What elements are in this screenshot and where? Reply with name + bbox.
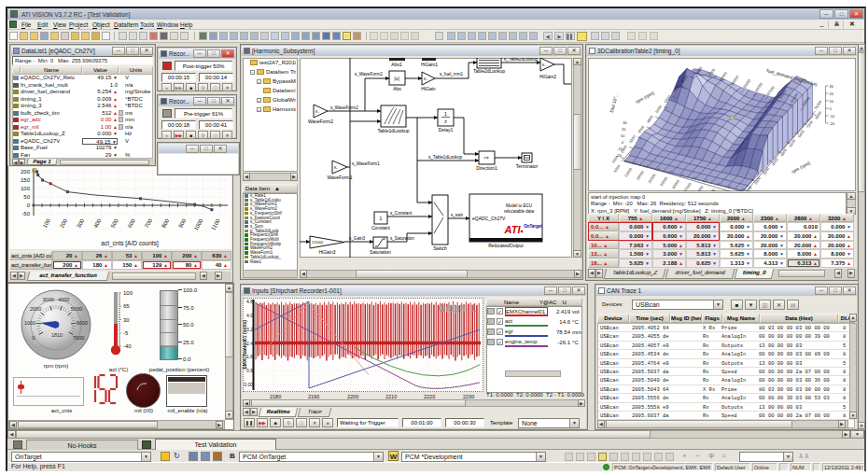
svg-text:500: 500 (110, 217, 120, 229)
svg-text:0: 0 (622, 140, 624, 145)
svg-text:Abs1: Abs1 (391, 62, 402, 67)
svg-text:s_WaveForm2: s_WaveForm2 (355, 72, 383, 77)
svg-text:47000: 47000 (682, 181, 693, 191)
svg-text:Delay1: Delay1 (439, 127, 454, 133)
svg-text:-10: -10 (617, 147, 623, 151)
svg-text:|u|: |u| (394, 76, 399, 81)
svg-text:65: 65 (123, 303, 130, 309)
svg-text:12000: 12000 (623, 166, 634, 178)
svg-text:2.4: 2.4 (246, 341, 253, 346)
svg-text:4800: 4800 (646, 114, 655, 124)
svg-text:0: 0 (830, 106, 833, 111)
svg-text:150: 150 (21, 177, 31, 183)
svg-text:5600: 5600 (654, 104, 664, 114)
svg-text:Dist 10°...: Dist 10°... (609, 92, 619, 114)
svg-text:s_Table1dLookup: s_Table1dLookup (428, 155, 462, 160)
svg-text:4000: 4000 (58, 297, 69, 302)
svg-text:10: 10 (830, 99, 834, 104)
svg-text:relocatable data: relocatable data (504, 209, 535, 214)
svg-text:75000: 75000 (813, 99, 823, 111)
svg-text:Terminator: Terminator (516, 163, 539, 169)
svg-text:Model to ECU: Model to ECU (506, 203, 532, 208)
svg-text:4.0: 4.0 (246, 313, 253, 318)
svg-text:6000: 6000 (77, 320, 88, 326)
svg-text:8000: 8000 (814, 110, 823, 120)
svg-text:K-: K- (334, 165, 339, 170)
svg-text:100: 100 (123, 290, 133, 296)
svg-text:3000: 3000 (43, 297, 54, 302)
svg-text:HiGain3: HiGain3 (318, 249, 335, 255)
svg-text:600: 600 (127, 217, 137, 229)
svg-text:400: 400 (92, 217, 103, 229)
svg-text:Graph_1: Graph_1 (438, 303, 476, 314)
svg-text:EMXChannel01 (volts): EMXChannel01 (volts) (243, 320, 247, 370)
svg-text:700: 700 (144, 217, 154, 229)
svg-text:HiGain: HiGain (421, 86, 436, 91)
svg-text:5000: 5000 (71, 306, 82, 312)
svg-text:<=: <= (483, 156, 489, 161)
svg-text:-20: -20 (830, 121, 836, 126)
svg-text:-5: -5 (123, 330, 129, 336)
svg-text:300: 300 (76, 217, 86, 229)
svg-text:20: 20 (622, 127, 626, 132)
svg-text:40000: 40000 (671, 178, 681, 190)
svg-text:1000: 1000 (193, 217, 204, 231)
svg-text:0.8: 0.8 (246, 368, 253, 373)
svg-text:Constant: Constant (371, 225, 391, 231)
svg-text:54000: 54000 (694, 184, 705, 191)
svg-text:K-: K- (424, 77, 428, 81)
svg-text:Table1dLookup: Table1dLookup (378, 128, 410, 133)
svg-text:-40: -40 (123, 343, 132, 349)
svg-text:30: 30 (830, 84, 834, 89)
svg-text:s_swit: s_swit (451, 213, 463, 217)
svg-text:1100: 1100 (210, 217, 221, 231)
svg-text:33000: 33000 (742, 77, 752, 90)
svg-text:s_Constant: s_Constant (390, 211, 413, 216)
svg-text:ATI: ATI (504, 224, 522, 235)
svg-text:s_WaveForm2: s_WaveForm2 (330, 105, 358, 110)
svg-text:Saturation: Saturation (370, 249, 391, 255)
svg-text:s_Gain3: s_Gain3 (349, 236, 366, 241)
svg-text:47000: 47000 (765, 85, 776, 97)
svg-text:26000: 26000 (730, 74, 740, 86)
svg-text:HiGain1: HiGain1 (421, 62, 438, 67)
svg-text:HiGain2: HiGain2 (539, 74, 556, 79)
svg-text:200: 200 (59, 217, 69, 229)
svg-text:1: 1 (444, 111, 447, 117)
svg-text:OnTarget: OnTarget (524, 224, 542, 229)
svg-text:19000: 19000 (636, 169, 646, 181)
svg-text:act_cnts [A/D counts]: act_cnts [A/D counts] (101, 240, 159, 247)
svg-text:30: 30 (623, 120, 627, 125)
svg-text:rpm (rpm): rpm (rpm) (791, 160, 811, 175)
svg-text:-50: -50 (21, 211, 30, 217)
svg-text:-10: -10 (830, 114, 836, 119)
svg-text:K-: K- (315, 109, 320, 114)
svg-text:RelocatedOutput: RelocatedOutput (488, 243, 524, 248)
svg-text:s_WaveForm1: s_WaveForm1 (352, 161, 380, 166)
svg-text:7000: 7000 (73, 335, 84, 341)
svg-text:s_Table2dLookup: s_Table2dLookup (504, 58, 538, 62)
svg-text:50: 50 (23, 194, 30, 200)
svg-text:26000: 26000 (647, 173, 657, 185)
svg-text:Switch: Switch (433, 245, 447, 251)
svg-text:20: 20 (830, 91, 834, 96)
svg-text:61000: 61000 (707, 188, 717, 191)
svg-text:-20: -20 (616, 153, 623, 158)
svg-text:Abs: Abs (393, 86, 401, 91)
svg-text:1: 1 (380, 216, 383, 221)
svg-text:rpm (rpm): rpm (rpm) (635, 90, 655, 105)
svg-text:4.8: 4.8 (246, 299, 253, 304)
svg-text:Table2dLookup: Table2dLookup (473, 68, 505, 74)
svg-text:s_Saturation: s_Saturation (390, 236, 414, 241)
svg-text:100: 100 (21, 186, 31, 191)
svg-text:K-: K- (542, 63, 547, 67)
svg-text:10: 10 (621, 133, 625, 138)
svg-text:2000: 2000 (30, 306, 41, 312)
svg-text:800: 800 (161, 217, 171, 229)
svg-text:1.6: 1.6 (246, 354, 253, 359)
svg-text:0: 0 (27, 203, 31, 208)
svg-text:Direction1: Direction1 (476, 165, 497, 171)
svg-text:200: 200 (21, 169, 31, 175)
svg-text:s_fuel_mm1: s_fuel_mm1 (440, 72, 463, 77)
svg-text:5000: 5000 (612, 163, 622, 174)
